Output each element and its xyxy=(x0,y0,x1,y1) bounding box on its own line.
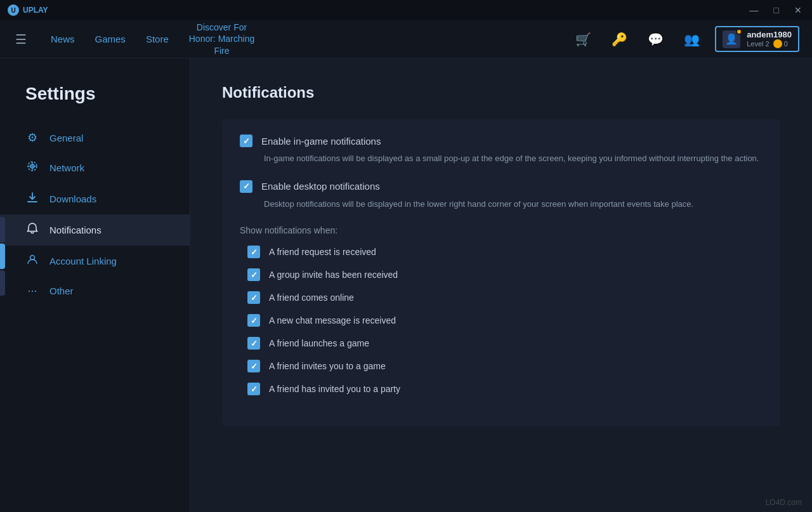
sidebar-label-notifications: Notifications xyxy=(49,225,102,235)
sidebar-label-general: General xyxy=(49,133,83,143)
notif-chat-message[interactable]: ✓ A new chat message is received xyxy=(247,314,763,327)
coin-icon xyxy=(773,39,782,48)
network-icon xyxy=(25,160,39,176)
nav-link-news[interactable]: News xyxy=(42,30,84,48)
checkmark-icon: ✓ xyxy=(243,181,250,191)
notif-friend-request[interactable]: ✓ A friend request is received xyxy=(247,246,763,258)
notif-friend-invite[interactable]: ✓ A friend invites you to a game xyxy=(247,360,763,372)
ingame-row: ✓ Enable in-game notifications xyxy=(240,135,763,147)
navbar: ☰ News Games Store Discover ForHonor: Ma… xyxy=(0,20,812,58)
nav-link-store[interactable]: Store xyxy=(137,30,178,48)
logo-icon: U xyxy=(8,4,19,16)
notif-friend-game[interactable]: ✓ A friend launches a game xyxy=(247,337,763,350)
friend-online-label: A friend comes online xyxy=(269,292,354,303)
notif-group-invite[interactable]: ✓ A group invite has been received xyxy=(247,268,763,281)
username: andem1980 xyxy=(747,30,792,39)
friend-online-checkbox[interactable]: ✓ xyxy=(247,291,260,304)
checkmark-icon: ✓ xyxy=(251,384,258,394)
gear-icon: ⚙ xyxy=(25,131,39,145)
cart-icon[interactable]: 🛒 xyxy=(570,29,596,49)
avatar-icon: 👤 xyxy=(725,33,738,45)
ingame-checkbox-wrapper[interactable]: ✓ Enable in-game notifications xyxy=(240,135,381,147)
hamburger-menu[interactable]: ☰ xyxy=(13,29,29,49)
nav-right: 🛒 🔑 💬 👥 👤 andem1980 Level 2 0 xyxy=(570,26,799,52)
settings-title: Settings xyxy=(0,84,190,123)
friend-party-checkbox[interactable]: ✓ xyxy=(247,383,260,395)
edge-tab-1[interactable] xyxy=(0,217,5,242)
online-dot xyxy=(736,29,742,35)
close-button[interactable]: ✕ xyxy=(792,4,804,16)
friends-icon[interactable]: 👥 xyxy=(679,29,705,49)
chat-message-label: A new chat message is received xyxy=(269,315,396,325)
sidebar-item-account-linking[interactable]: Account Linking xyxy=(0,246,190,277)
ingame-checkbox[interactable]: ✓ xyxy=(240,135,252,147)
avatar: 👤 xyxy=(723,30,740,48)
sidebar-label-network: Network xyxy=(49,162,84,173)
left-edge-tabs xyxy=(0,217,5,296)
sidebar-label-downloads: Downloads xyxy=(49,194,96,204)
ingame-label: Enable in-game notifications xyxy=(261,136,381,147)
notification-items-list: ✓ A friend request is received ✓ A group… xyxy=(247,246,763,395)
app-logo: U UPLAY xyxy=(8,4,48,16)
minimize-button[interactable]: — xyxy=(747,4,761,16)
desktop-checkbox[interactable]: ✓ xyxy=(240,180,252,193)
edge-tab-3[interactable] xyxy=(0,270,5,296)
key-icon[interactable]: 🔑 xyxy=(606,29,632,49)
edge-tab-2[interactable] xyxy=(0,244,5,269)
friend-party-label: A friend has invited you to a party xyxy=(269,384,400,394)
coin-balance: 0 xyxy=(773,39,788,48)
checkmark-icon: ✓ xyxy=(243,136,250,146)
watermark-text: LO4D.com xyxy=(766,498,802,507)
sidebar-item-general[interactable]: ⚙ General xyxy=(0,123,190,152)
friend-game-label: A friend launches a game xyxy=(269,338,369,348)
bell-icon xyxy=(25,222,39,238)
sidebar-label-other: Other xyxy=(49,286,74,296)
page-title: Notifications xyxy=(222,84,780,102)
dots-icon: ··· xyxy=(25,284,39,298)
ingame-section: ✓ Enable in-game notifications In-game n… xyxy=(240,135,763,165)
nav-discover[interactable]: Discover ForHonor: MarchingFire xyxy=(180,18,264,60)
sidebar-item-other[interactable]: ··· Other xyxy=(0,277,190,305)
user-level: Level 2 0 xyxy=(747,39,792,48)
desktop-section: ✓ Enable desktop notifications Desktop n… xyxy=(240,180,763,211)
friend-game-checkbox[interactable]: ✓ xyxy=(247,337,260,350)
checkmark-icon: ✓ xyxy=(251,316,258,325)
desktop-row: ✓ Enable desktop notifications xyxy=(240,180,763,193)
nav-links: News Games Store Discover ForHonor: Marc… xyxy=(42,18,570,60)
chat-icon[interactable]: 💬 xyxy=(643,29,669,49)
sidebar: Settings ⚙ General Network xyxy=(0,58,190,512)
friend-request-label: A friend request is received xyxy=(269,247,376,257)
app-name: UPLAY xyxy=(23,6,48,15)
friend-invite-label: A friend invites you to a game xyxy=(269,361,386,371)
nav-link-games[interactable]: Games xyxy=(86,30,134,48)
user-info: andem1980 Level 2 0 xyxy=(747,30,792,48)
checkmark-icon: ✓ xyxy=(251,362,258,371)
desktop-checkbox-wrapper[interactable]: ✓ Enable desktop notifications xyxy=(240,180,380,193)
notif-friend-party[interactable]: ✓ A friend has invited you to a party xyxy=(247,383,763,395)
sidebar-item-network[interactable]: Network xyxy=(0,152,190,183)
account-icon xyxy=(25,253,39,269)
sidebar-item-notifications[interactable]: Notifications xyxy=(0,214,190,246)
friend-request-checkbox[interactable]: ✓ xyxy=(247,246,260,258)
chat-message-checkbox[interactable]: ✓ xyxy=(247,314,260,327)
maximize-button[interactable]: □ xyxy=(771,4,782,16)
user-profile[interactable]: 👤 andem1980 Level 2 0 xyxy=(715,26,799,52)
watermark: LO4D.com xyxy=(766,498,802,507)
friend-invite-checkbox[interactable]: ✓ xyxy=(247,360,260,372)
group-invite-checkbox[interactable]: ✓ xyxy=(247,268,260,281)
checkmark-icon: ✓ xyxy=(251,293,258,303)
show-when-section: Show notifications when: ✓ A friend requ… xyxy=(240,225,763,395)
sidebar-item-downloads[interactable]: Downloads xyxy=(0,183,190,214)
show-when-label: Show notifications when: xyxy=(240,225,763,235)
content-area: Notifications ✓ Enable in-game notificat… xyxy=(190,58,812,512)
download-icon xyxy=(25,191,39,207)
notif-friend-online[interactable]: ✓ A friend comes online xyxy=(247,291,763,304)
ingame-description: In-game notifications will be displayed … xyxy=(264,152,763,165)
window-controls: — □ ✕ xyxy=(747,4,804,16)
main-layout: Settings ⚙ General Network xyxy=(0,58,812,512)
desktop-label: Enable desktop notifications xyxy=(261,181,380,192)
checkmark-icon: ✓ xyxy=(251,270,258,280)
group-invite-label: A group invite has been received xyxy=(269,270,398,280)
titlebar: U UPLAY — □ ✕ xyxy=(0,0,812,20)
sidebar-label-account-linking: Account Linking xyxy=(49,256,117,266)
